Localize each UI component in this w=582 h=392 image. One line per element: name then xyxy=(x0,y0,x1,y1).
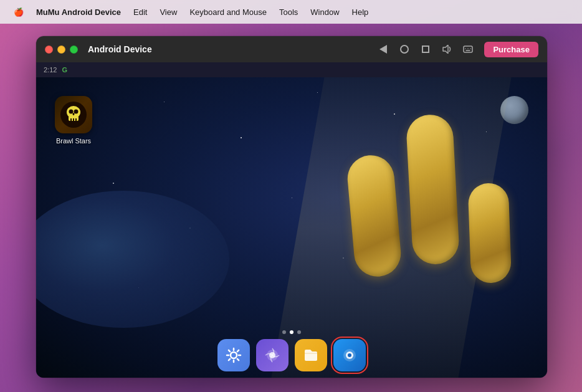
page-dot-2 xyxy=(290,330,293,334)
brawl-stars-skull-icon xyxy=(60,101,87,128)
purchase-button[interactable]: Purchase xyxy=(484,42,538,57)
pills-container xyxy=(351,127,510,277)
traffic-lights xyxy=(45,45,78,54)
menu-item-tools[interactable]: Tools xyxy=(273,5,304,19)
svg-marker-0 xyxy=(379,45,387,54)
menu-item-edit[interactable]: Edit xyxy=(127,5,153,19)
stop-icon[interactable] xyxy=(418,43,433,55)
android-window: Android Device xyxy=(36,36,547,378)
svg-point-12 xyxy=(69,110,74,114)
title-bar-controls: Purchase xyxy=(376,42,538,57)
svg-point-23 xyxy=(348,353,351,357)
brawl-stars-icon[interactable]: Brawl Stars xyxy=(55,96,92,145)
svg-marker-3 xyxy=(443,45,448,54)
menu-item-help[interactable]: Help xyxy=(346,5,375,19)
menu-item-keyboard-mouse[interactable]: Keyboard and Mouse xyxy=(183,5,273,19)
maximize-button[interactable] xyxy=(70,45,78,54)
svg-point-17 xyxy=(73,113,75,115)
dock xyxy=(217,339,366,371)
status-time: 2:12 xyxy=(44,66,57,74)
window-title: Android Device xyxy=(88,44,376,54)
dock-files[interactable] xyxy=(295,339,327,371)
page-dots xyxy=(282,330,301,334)
files-icon xyxy=(302,346,320,365)
settings-icon xyxy=(224,346,243,365)
menu-item-app-name[interactable]: MuMu Android Device xyxy=(30,5,127,19)
status-signal: G xyxy=(62,66,67,74)
keyboard-icon[interactable] xyxy=(460,43,475,55)
dock-nebula[interactable] xyxy=(256,339,289,371)
svg-rect-2 xyxy=(422,46,429,52)
android-status-bar: 2:12 G xyxy=(36,62,547,77)
svg-point-18 xyxy=(231,352,237,358)
pill-1 xyxy=(346,153,403,279)
title-bar: Android Device xyxy=(36,36,547,62)
back-icon[interactable] xyxy=(376,43,391,55)
android-screen[interactable]: Brawl Stars xyxy=(36,77,547,378)
page-dot-1 xyxy=(282,330,286,334)
svg-point-1 xyxy=(401,45,408,53)
pill-3 xyxy=(468,183,512,284)
record-icon[interactable] xyxy=(397,43,412,55)
volume-icon[interactable] xyxy=(439,43,454,55)
moon xyxy=(500,96,528,124)
selected-app-icon xyxy=(340,346,359,365)
menu-bar: 🍎 MuMu Android Device Edit View Keyboard… xyxy=(0,0,582,24)
close-button[interactable] xyxy=(45,45,53,54)
dock-settings[interactable] xyxy=(217,339,250,371)
menu-item-window[interactable]: Window xyxy=(304,5,345,19)
pill-2 xyxy=(406,113,460,265)
dock-selected-app[interactable] xyxy=(333,339,366,371)
brawl-stars-icon-image xyxy=(55,96,92,133)
menu-item-view[interactable]: View xyxy=(153,5,183,19)
minimize-button[interactable] xyxy=(57,45,65,54)
page-dot-3 xyxy=(297,330,301,334)
apple-menu[interactable]: 🍎 xyxy=(7,5,30,19)
svg-point-13 xyxy=(74,110,79,114)
nebula-icon xyxy=(263,346,282,365)
brawl-stars-label: Brawl Stars xyxy=(56,137,91,145)
svg-rect-4 xyxy=(464,46,472,52)
